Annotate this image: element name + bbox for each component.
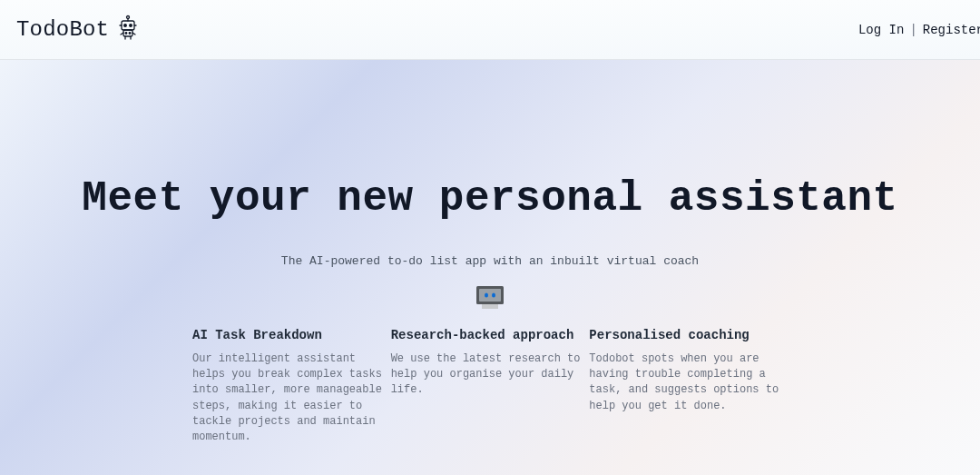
- hero: Meet your new personal assistant The AI-…: [0, 60, 980, 446]
- feature-title: Personalised coaching: [589, 328, 788, 342]
- feature-title: AI Task Breakdown: [192, 328, 391, 342]
- svg-rect-15: [479, 289, 501, 302]
- svg-point-3: [124, 25, 127, 27]
- svg-point-17: [492, 292, 495, 297]
- register-link[interactable]: Register: [923, 23, 980, 37]
- svg-point-8: [125, 33, 127, 35]
- svg-point-16: [485, 292, 488, 297]
- robot-icon: [116, 15, 140, 45]
- svg-point-9: [129, 33, 131, 35]
- auth-links: Log In | Register: [858, 23, 980, 37]
- login-link[interactable]: Log In: [858, 23, 904, 37]
- svg-rect-7: [123, 30, 132, 36]
- hero-tagline: The AI-powered to-do list app with an in…: [0, 254, 980, 268]
- feature-personalised-coaching: Personalised coaching Todobot spots when…: [589, 328, 788, 446]
- brand[interactable]: TodoBot: [16, 15, 140, 45]
- feature-desc: We use the latest research to help you o…: [391, 351, 590, 399]
- feature-ai-task-breakdown: AI Task Breakdown Our intelligent assist…: [192, 328, 391, 446]
- feature-desc: Todobot spots when you are having troubl…: [589, 351, 788, 415]
- header: TodoBot Log In | Register: [0, 0, 980, 60]
- svg-point-4: [130, 25, 132, 27]
- monitor-robot-icon: [0, 284, 980, 312]
- hero-title: Meet your new personal assistant: [0, 176, 980, 223]
- feature-desc: Our intelligent assistant helps you brea…: [192, 351, 391, 446]
- svg-rect-18: [482, 304, 498, 309]
- features: AI Task Breakdown Our intelligent assist…: [192, 328, 788, 446]
- feature-title: Research-backed approach: [391, 328, 590, 342]
- auth-separator: |: [909, 23, 916, 37]
- feature-research-backed: Research-backed approach We use the late…: [391, 328, 590, 446]
- brand-name: TodoBot: [16, 17, 109, 42]
